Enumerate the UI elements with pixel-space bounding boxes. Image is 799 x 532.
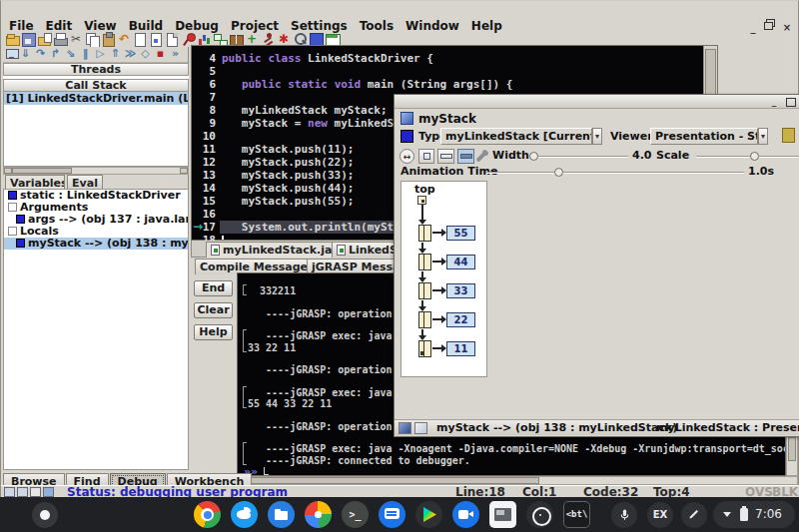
help-button[interactable]: Help [194,324,233,340]
windowbar-item-label[interactable]: myLinkedStack : Presenta [656,421,799,435]
viewer-window[interactable]: _ myStack Type myLinkedStack [Current] ▾… [394,94,799,437]
twitter-icon[interactable] [231,501,258,528]
callstack-scrollbar[interactable] [3,167,189,175]
debug-windows-icon[interactable] [4,47,18,61]
console-line: ----jGRASP: connected to debugger. [248,455,470,466]
more-icon[interactable]: » [169,47,183,61]
step-into-icon[interactable]: ⇘ [64,47,78,61]
status-mini-icon[interactable] [30,487,41,497]
status-mini-icon[interactable] [43,487,54,497]
save-file-icon[interactable] [21,32,36,47]
viewer-titlebar[interactable]: _ [395,95,799,109]
stop-icon[interactable]: ▪ [154,47,168,61]
paste-icon[interactable] [101,32,116,47]
step-over-icon[interactable]: ↷ [34,47,48,61]
scroll-thumb[interactable] [788,437,796,461]
copy-icon[interactable] [85,32,100,47]
step-icon[interactable]: ⇓ [19,47,33,61]
save-as-icon[interactable] [37,32,52,47]
undo-icon[interactable]: ↶ [117,32,132,47]
type-dropdown-icon[interactable]: ▾ [592,128,602,145]
node-value-arrow-line [432,289,441,291]
end-button[interactable]: End [194,280,233,296]
generate-doc-icon[interactable] [165,32,180,47]
windowbar-item-label[interactable]: myStack --> (obj 138 : myLinkedStack) [436,421,677,435]
tab-variables[interactable]: Variables [5,175,65,189]
status-mini-icon[interactable] [4,487,15,497]
stylus-button[interactable] [681,502,707,528]
scroll-thumb[interactable] [240,477,539,484]
scale-slider-thumb[interactable] [750,152,759,161]
viewer-maximize-button[interactable] [784,97,796,107]
callstack-list[interactable]: [1] LinkedStackDriver.main (Linke [3,92,189,167]
animation-time-label: Animation Time [400,164,497,180]
mic-button[interactable] [611,502,637,528]
resume-icon[interactable]: ▷ [94,47,108,61]
node-value-arrow-line [432,261,441,263]
settings-wrench-icon[interactable] [475,151,486,162]
breakpoint-icon[interactable]: ◇ [139,47,153,61]
ex-button[interactable]: EX [647,502,673,528]
windowbar-item-icon[interactable] [399,422,411,434]
close-button[interactable]: × [780,21,794,34]
layout-filled-button[interactable] [457,149,474,164]
new-file-icon[interactable] [133,32,148,47]
suspend-icon[interactable]: ⇑ [109,47,123,61]
watch-icon[interactable] [526,501,553,528]
tree-item[interactable]: myStack --> (obj 138 : myLinked [4,238,188,250]
width-slider-thumb[interactable] [529,152,538,161]
file-tab[interactable]: myLinkedStack.java [206,242,352,258]
clear-button[interactable]: Clear [194,302,233,318]
viewer-select[interactable]: Presentation - Struct... [650,128,758,145]
minimize-button[interactable]: _ [746,21,760,34]
photos-icon[interactable] [305,501,332,528]
cut-icon[interactable]: ✂ [69,32,84,47]
variables-tree[interactable]: static : LinkedStackDriverArgumentsargs … [3,189,189,470]
scroll-thumb[interactable] [12,168,72,174]
chromeos-shelf: >_<bt\ EX 7:06 [0,497,799,532]
stack-visualization-canvas[interactable]: top5544332211 [400,181,487,377]
pause-icon[interactable]: ‖ [79,47,93,61]
tab-eval[interactable]: Eval [67,175,103,189]
viewer-dropdown-icon[interactable]: ▾ [758,128,768,145]
pan-mode-icon[interactable]: ↔ [400,149,414,164]
open-doc-icon[interactable] [149,32,164,47]
width-slider[interactable] [530,156,628,158]
scroll-left-button[interactable] [4,168,12,174]
callstack-row[interactable]: [1] LinkedStackDriver.main (Linke [4,92,188,105]
restore-button[interactable] [763,18,777,31]
stack-value-box: 11 [446,341,475,356]
menu-window[interactable]: Window [400,17,465,35]
animation-time-slider-thumb[interactable] [554,168,563,177]
system-tray[interactable]: 7:06 [713,501,795,528]
type-select[interactable]: myLinkedStack [Current] [440,128,592,145]
messages-icon[interactable] [379,501,405,528]
line-number: 15 [203,195,216,208]
animation-time-slider[interactable] [486,172,744,174]
console-group-bracket [243,329,247,352]
step-out-icon[interactable]: ↱ [49,47,63,61]
chrome-icon[interactable] [194,501,221,528]
windowbar-item-icon[interactable] [414,422,427,434]
print-icon[interactable] [53,32,68,47]
duo-icon[interactable] [452,501,479,528]
layout-square-button[interactable] [418,149,434,164]
launcher-button[interactable] [32,502,58,528]
scroll-right-button[interactable] [180,168,188,174]
scale-slider[interactable] [696,156,799,158]
viewer-minimize-button[interactable]: _ [768,97,780,107]
open-file-icon[interactable] [5,32,20,47]
crosh-icon[interactable]: <bt\ [563,501,590,528]
layout-wide-button[interactable] [437,149,454,164]
lock-icon[interactable] [782,128,795,143]
play-icon[interactable] [415,501,442,528]
menu-tools[interactable]: Tools [354,17,400,35]
menu-help[interactable]: Help [465,17,508,35]
screenshot-icon[interactable] [489,501,516,528]
console-hscrollbar[interactable] [237,476,798,485]
auto-step-icon[interactable]: ≫ [124,47,138,61]
terminal-icon[interactable]: >_ [342,501,369,528]
debug-pane: ⇓↷↱⇘‖▷⇑≫◇▪» Threads Call Stack [1] Linke… [3,47,189,470]
status-mini-icon[interactable] [17,487,28,497]
files-icon[interactable] [268,501,295,528]
